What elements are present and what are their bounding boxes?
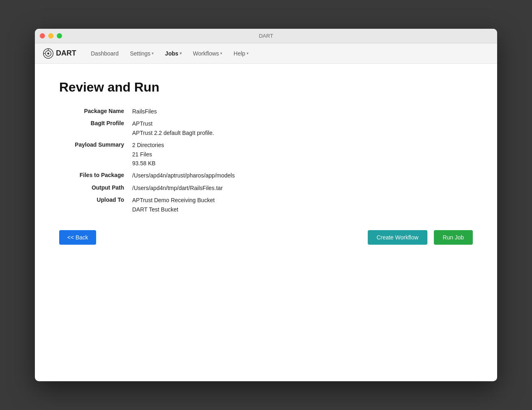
svg-point-2	[47, 52, 49, 54]
create-workflow-button[interactable]: Create Workflow	[368, 230, 427, 245]
payload-files: 21 Files	[132, 150, 164, 159]
payload-size: 93.58 KB	[132, 159, 164, 168]
nav-settings[interactable]: Settings ▾	[129, 49, 155, 58]
nav-dashboard[interactable]: Dashboard	[90, 49, 120, 58]
window-controls	[40, 33, 62, 38]
package-name-label: Package Name	[59, 107, 132, 114]
bagit-profile-row: BagIt Profile APTrust APTrust 2.2 defaul…	[59, 119, 473, 137]
window-title: DART	[259, 33, 273, 39]
main-content: Review and Run Package Name RailsFiles B…	[35, 64, 497, 381]
bagit-profile-value: APTrust APTrust 2.2 default BagIt profil…	[132, 119, 214, 137]
upload-to-label: Upload To	[59, 196, 132, 203]
nav-help[interactable]: Help ▾	[233, 49, 249, 58]
files-to-package-label: Files to Package	[59, 171, 132, 178]
output-path-value: /Users/apd4n/tmp/dart/RailsFiles.tar	[132, 184, 223, 192]
minimize-button[interactable]	[48, 33, 54, 38]
action-buttons: << Back Create Workflow Run Job	[59, 230, 473, 245]
bagit-profile-name: APTrust	[132, 119, 214, 128]
upload-bucket-2: DART Test Bucket	[132, 205, 215, 214]
files-to-package-row: Files to Package /Users/apd4n/aptrust/ph…	[59, 171, 473, 180]
run-job-button[interactable]: Run Job	[434, 230, 473, 245]
upload-to-row: Upload To APTrust Demo Receiving Bucket …	[59, 196, 473, 214]
bagit-profile-label: BagIt Profile	[59, 119, 132, 126]
nav-workflows[interactable]: Workflows ▾	[192, 49, 223, 58]
maximize-button[interactable]	[57, 33, 62, 38]
package-name-row: Package Name RailsFiles	[59, 107, 473, 116]
payload-directories: 2 Directories	[132, 141, 164, 149]
navbar: DART Dashboard Settings ▾ Jobs ▾ Workflo…	[35, 43, 497, 64]
jobs-dropdown-icon: ▾	[180, 51, 182, 56]
titlebar: DART	[35, 29, 497, 43]
payload-summary-label: Payload Summary	[59, 141, 132, 148]
package-name-value: RailsFiles	[132, 107, 157, 116]
upload-to-value: APTrust Demo Receiving Bucket DART Test …	[132, 196, 215, 214]
brand[interactable]: DART	[43, 48, 76, 59]
close-button[interactable]	[40, 33, 45, 38]
output-path-label: Output Path	[59, 184, 132, 191]
payload-summary-value: 2 Directories 21 Files 93.58 KB	[132, 141, 164, 168]
help-dropdown-icon: ▾	[247, 51, 249, 56]
back-button[interactable]: << Back	[59, 230, 96, 245]
page-title: Review and Run	[59, 80, 473, 95]
dart-logo-icon	[43, 48, 54, 59]
workflows-dropdown-icon: ▾	[220, 51, 222, 56]
payload-summary-row: Payload Summary 2 Directories 21 Files 9…	[59, 141, 473, 168]
upload-bucket-1: APTrust Demo Receiving Bucket	[132, 196, 215, 205]
details-table: Package Name RailsFiles BagIt Profile AP…	[59, 107, 473, 214]
settings-dropdown-icon: ▾	[152, 51, 154, 56]
app-window: DART DART Dashboard Settings ▾ Jobs ▾ Wo…	[35, 29, 497, 381]
files-to-package-value: /Users/apd4n/aptrust/pharos/app/models	[132, 171, 235, 180]
bagit-profile-description: APTrust 2.2 default BagIt profile.	[132, 128, 214, 137]
brand-label: DART	[56, 49, 76, 58]
output-path-row: Output Path /Users/apd4n/tmp/dart/RailsF…	[59, 184, 473, 192]
nav-jobs[interactable]: Jobs ▾	[164, 49, 182, 58]
